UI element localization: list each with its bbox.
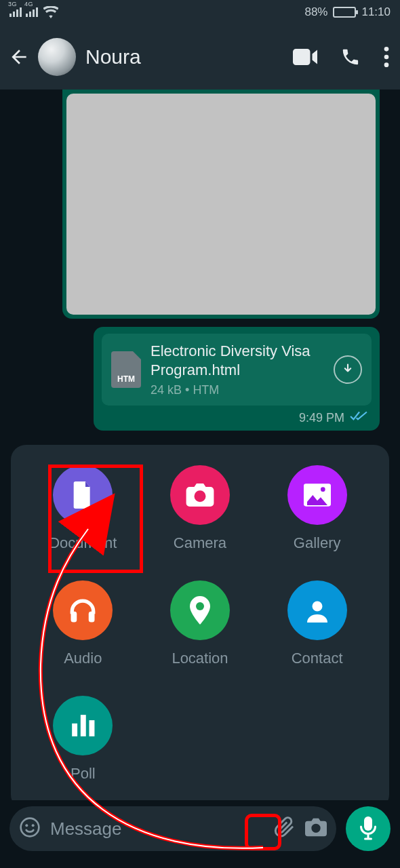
svg-point-7 [196,602,204,610]
attach-gallery-label: Gallery [294,534,341,552]
camera-input-button[interactable] [305,818,327,840]
message-time: 9:49 PM [299,411,344,425]
attach-camera[interactable]: Camera [170,465,230,552]
wifi-icon [43,6,58,18]
svg-rect-11 [89,720,95,736]
svg-point-0 [384,47,389,52]
svg-rect-5 [71,612,77,623]
attach-gallery[interactable]: Gallery [287,465,347,552]
svg-point-8 [312,601,322,612]
signal-4g-icon: 4G [26,7,38,17]
attach-location[interactable]: Location [170,580,230,667]
message-image[interactable] [62,90,380,319]
document-meta: 24 kB • HTM [151,383,324,397]
voice-call-button[interactable] [340,47,361,67]
chat-area[interactable]: HTM Electronic Diversity Visa Program.ht… [0,90,400,800]
video-call-button[interactable] [293,48,317,66]
status-bar: 3G 4G 88% 11:10 [0,0,400,24]
svg-point-2 [384,62,389,67]
message-document[interactable]: HTM Electronic Diversity Visa Program.ht… [94,327,380,431]
message-input-container: Message [9,806,336,851]
svg-rect-6 [89,612,95,623]
svg-point-1 [384,55,389,60]
person-icon [287,580,347,640]
svg-point-14 [32,824,35,827]
attachment-sheet: Document Camera Gallery Audio [11,445,389,800]
poll-icon [53,696,113,755]
location-pin-icon [170,580,230,640]
chat-header: Noura [0,24,400,90]
input-bar: Message [0,800,400,868]
chat-title[interactable]: Noura [85,45,289,68]
signal-3g-icon: 3G [9,7,22,17]
image-placeholder [66,94,376,315]
attach-audio-label: Audio [64,650,102,667]
voice-record-button[interactable] [346,806,391,851]
clock-time: 11:10 [361,5,391,19]
battery-percentage: 88% [304,5,327,19]
file-htm-icon: HTM [111,351,141,388]
message-input[interactable]: Message [50,818,264,840]
emoji-button[interactable] [19,816,41,841]
camera-icon [170,465,230,525]
attach-location-label: Location [172,650,228,667]
more-menu-button[interactable] [384,47,389,67]
attach-contact[interactable]: Contact [287,580,347,667]
attach-poll-label: Poll [71,765,96,783]
avatar[interactable] [38,38,76,76]
svg-point-4 [321,487,325,492]
download-button[interactable] [334,355,362,384]
svg-rect-15 [364,816,372,831]
headphones-icon [53,580,113,640]
attach-camera-label: Camera [174,534,226,552]
attach-audio[interactable]: Audio [53,580,113,667]
back-button[interactable] [4,42,34,72]
attach-contact-label: Contact [292,650,343,667]
svg-rect-9 [72,724,77,736]
battery-icon [333,7,356,18]
attach-poll[interactable]: Poll [53,696,113,783]
document-icon [53,465,113,525]
attach-document-label: Document [49,534,117,552]
svg-point-12 [21,818,39,837]
document-name: Electronic Diversity Visa Program.html [151,342,324,379]
gallery-icon [287,465,347,525]
svg-rect-10 [81,715,86,736]
attach-button[interactable] [274,816,296,841]
svg-point-13 [25,824,28,827]
attach-document[interactable]: Document [49,465,117,552]
read-receipt-icon [350,411,367,425]
